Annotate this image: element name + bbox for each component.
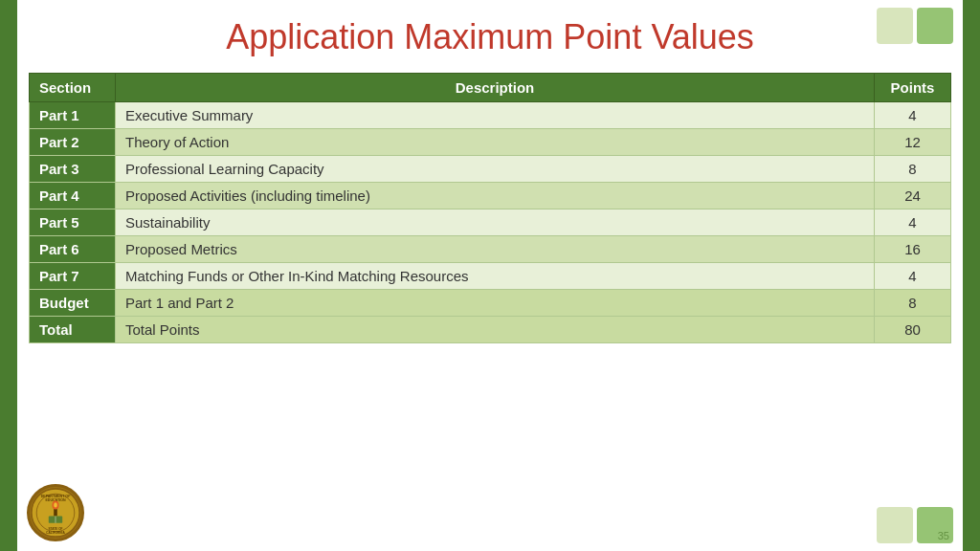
deco-square-4	[917, 507, 953, 543]
col-header-section: Section	[30, 74, 116, 102]
cell-description: Executive Summary	[116, 102, 875, 129]
deco-square-3	[877, 507, 913, 543]
cell-section: Budget	[30, 290, 116, 317]
cell-description: Professional Learning Capacity	[116, 156, 875, 183]
table-header-row: Section Description Points	[30, 74, 951, 102]
slide-title: Application Maximum Point Values	[0, 17, 980, 57]
cell-section: Part 4	[30, 183, 116, 209]
slide: Application Maximum Point Values Section…	[0, 0, 980, 551]
deco-square-1	[877, 8, 913, 44]
deco-bottom-right	[877, 507, 953, 543]
seal-circle: DEPARTMENT OF EDUCATION STATE OF CALIFOR…	[27, 484, 84, 541]
cell-points: 4	[875, 209, 951, 236]
svg-point-6	[54, 502, 57, 507]
table-row: Part 4Proposed Activities (including tim…	[30, 183, 951, 209]
col-header-points: Points	[875, 74, 951, 102]
cell-points: 8	[875, 156, 951, 183]
col-header-description: Description	[116, 74, 875, 102]
cell-points: 16	[875, 236, 951, 263]
table-row: TotalTotal Points80	[30, 317, 951, 343]
deco-top-right	[877, 8, 953, 44]
cell-description: Proposed Metrics	[116, 236, 875, 263]
cell-section: Part 3	[30, 156, 116, 183]
cell-points: 4	[875, 263, 951, 290]
table-row: Part 1Executive Summary4	[30, 102, 951, 129]
table-row: Part 2Theory of Action12	[30, 129, 951, 156]
points-table: Section Description Points Part 1Executi…	[29, 73, 951, 343]
deco-square-2	[917, 8, 953, 44]
table-row: Part 7Matching Funds or Other In-Kind Ma…	[30, 263, 951, 290]
cell-points: 4	[875, 102, 951, 129]
cell-section: Part 2	[30, 129, 116, 156]
california-seal: DEPARTMENT OF EDUCATION STATE OF CALIFOR…	[27, 484, 84, 541]
cell-description: Sustainability	[116, 209, 875, 236]
cell-points: 12	[875, 129, 951, 156]
table-container: Section Description Points Part 1Executi…	[29, 73, 951, 551]
cell-description: Matching Funds or Other In-Kind Matching…	[116, 263, 875, 290]
svg-text:CALIFORNIA: CALIFORNIA	[46, 531, 65, 535]
cell-description: Part 1 and Part 2	[116, 290, 875, 317]
cell-section: Part 1	[30, 102, 116, 129]
cell-section: Part 7	[30, 263, 116, 290]
table-row: Part 6Proposed Metrics16	[30, 236, 951, 263]
cell-points: 80	[875, 317, 951, 343]
cell-description: Proposed Activities (including timeline)	[116, 183, 875, 209]
table-row: Part 3Professional Learning Capacity8	[30, 156, 951, 183]
table-row: BudgetPart 1 and Part 28	[30, 290, 951, 317]
cell-section: Part 6	[30, 236, 116, 263]
cell-points: 24	[875, 183, 951, 209]
cell-section: Part 5	[30, 209, 116, 236]
table-row: Part 5Sustainability4	[30, 209, 951, 236]
svg-text:DEPARTMENT OF: DEPARTMENT OF	[41, 495, 71, 498]
cell-points: 8	[875, 290, 951, 317]
cell-description: Total Points	[116, 317, 875, 343]
cell-section: Total	[30, 317, 116, 343]
cell-description: Theory of Action	[116, 129, 875, 156]
